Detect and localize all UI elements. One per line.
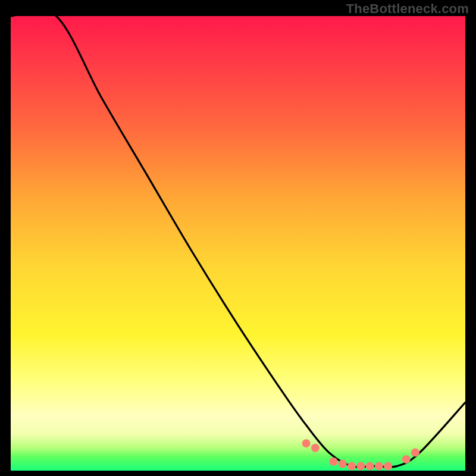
highlight-dot bbox=[356, 462, 365, 470]
highlight-dot bbox=[347, 462, 356, 470]
chart-frame bbox=[9, 14, 467, 472]
highlight-dot bbox=[402, 455, 411, 464]
chart-gradient-bg bbox=[11, 16, 465, 471]
highlight-dot bbox=[339, 460, 347, 468]
highlight-dot bbox=[375, 462, 383, 470]
highlight-dot bbox=[384, 462, 392, 470]
highlight-dot bbox=[411, 448, 419, 456]
highlight-dot bbox=[302, 439, 311, 447]
highlight-dot bbox=[311, 444, 320, 452]
chart-svg bbox=[11, 16, 465, 471]
highlight-dot bbox=[366, 462, 374, 470]
bottleneck-curve bbox=[11, 16, 465, 467]
highlight-dot bbox=[329, 458, 337, 466]
